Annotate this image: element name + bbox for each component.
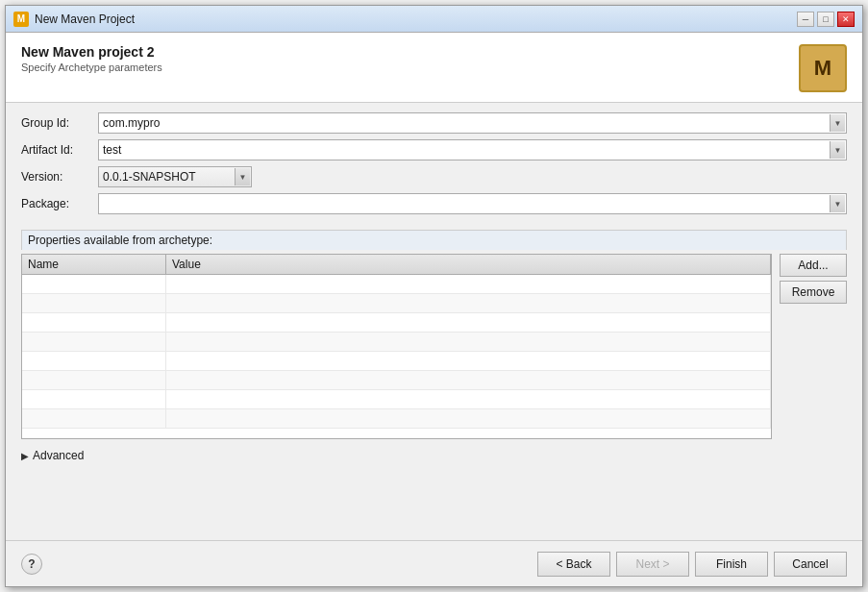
name-cell — [22, 294, 166, 312]
name-cell — [22, 333, 166, 351]
version-wrapper: 0.0.1-SNAPSHOT ▼ — [98, 166, 252, 187]
group-id-wrapper: ▼ — [98, 112, 847, 134]
cancel-button[interactable]: Cancel — [774, 552, 847, 577]
group-id-input[interactable] — [98, 112, 847, 134]
advanced-label: Advanced — [33, 449, 84, 462]
properties-header-area: Properties available from archetype: — [6, 230, 862, 254]
help-button[interactable]: ? — [21, 554, 42, 575]
window-controls: ─ □ ✕ — [797, 12, 855, 27]
next-button[interactable]: Next > — [616, 552, 689, 577]
name-cell — [22, 390, 166, 408]
package-row: Package: ▼ — [21, 193, 847, 214]
advanced-expand-icon: ▶ — [21, 451, 29, 461]
group-id-row: Group Id: ▼ — [21, 112, 847, 134]
back-button[interactable]: < Back — [537, 552, 610, 577]
minimize-button[interactable]: ─ — [797, 12, 814, 27]
version-row: Version: 0.0.1-SNAPSHOT ▼ — [21, 166, 847, 187]
value-cell — [166, 333, 771, 351]
dialog-header: New Maven project 2 Specify Archetype pa… — [6, 33, 862, 103]
maximize-button[interactable]: □ — [817, 12, 834, 27]
value-cell — [166, 390, 771, 408]
window-title: New Maven Project — [35, 12, 797, 26]
dialog-subtitle: Specify Archetype parameters — [21, 62, 162, 73]
value-cell — [166, 371, 771, 389]
table-row — [22, 333, 771, 352]
add-button[interactable]: Add... — [780, 254, 847, 277]
table-row — [22, 313, 771, 333]
dialog-title: New Maven project 2 — [21, 44, 162, 60]
artifact-id-dropdown[interactable]: ▼ — [830, 141, 845, 159]
advanced-toggle[interactable]: ▶ Advanced — [21, 449, 847, 462]
maven-icon: M — [799, 44, 847, 92]
dialog-footer: ? < Back Next > Finish Cancel — [6, 540, 862, 586]
version-select[interactable]: 0.0.1-SNAPSHOT — [98, 166, 252, 187]
package-dropdown[interactable]: ▼ — [830, 195, 845, 212]
footer-buttons: < Back Next > Finish Cancel — [537, 552, 847, 577]
table-row — [22, 275, 771, 294]
package-input[interactable] — [98, 193, 847, 214]
close-button[interactable]: ✕ — [837, 12, 855, 27]
form-section: Group Id: ▼ Artifact Id: ▼ Version: — [6, 103, 862, 230]
artifact-id-label: Artifact Id: — [21, 143, 98, 157]
finish-button[interactable]: Finish — [695, 552, 768, 577]
artifact-id-input[interactable] — [98, 139, 847, 160]
artifact-id-wrapper: ▼ — [98, 139, 847, 160]
title-bar: M New Maven Project ─ □ ✕ — [6, 6, 862, 33]
table-row — [22, 352, 771, 371]
spacer — [6, 468, 862, 540]
header-text: New Maven project 2 Specify Archetype pa… — [21, 44, 162, 73]
remove-button[interactable]: Remove — [780, 281, 847, 304]
main-window: M New Maven Project ─ □ ✕ New Maven proj… — [5, 5, 863, 587]
value-cell — [166, 275, 771, 293]
name-column-header: Name — [22, 255, 166, 274]
value-cell — [166, 352, 771, 370]
name-cell — [22, 409, 166, 428]
table-row — [22, 390, 771, 409]
group-id-label: Group Id: — [21, 116, 98, 130]
window-icon: M — [13, 12, 29, 27]
table-row — [22, 371, 771, 390]
value-cell — [166, 409, 771, 428]
group-id-dropdown[interactable]: ▼ — [830, 114, 845, 132]
value-cell — [166, 313, 771, 332]
package-label: Package: — [21, 197, 98, 210]
table-row — [22, 294, 771, 313]
name-cell — [22, 371, 166, 389]
artifact-id-row: Artifact Id: ▼ — [21, 139, 847, 160]
name-cell — [22, 313, 166, 332]
table-and-buttons: Name Value — [21, 254, 847, 439]
value-column-header: Value — [166, 255, 771, 274]
table-area: Name Value — [6, 254, 862, 443]
table-row — [22, 409, 771, 429]
dialog-content: New Maven project 2 Specify Archetype pa… — [6, 33, 862, 586]
properties-label: Properties available from archetype: — [21, 230, 847, 250]
table-header: Name Value — [22, 255, 771, 275]
package-wrapper: ▼ — [98, 193, 847, 214]
side-buttons: Add... Remove — [780, 254, 847, 304]
name-cell — [22, 275, 166, 293]
value-cell — [166, 294, 771, 312]
version-label: Version: — [21, 170, 98, 184]
name-cell — [22, 352, 166, 370]
advanced-section: ▶ Advanced — [6, 443, 862, 468]
properties-table: Name Value — [21, 254, 772, 439]
table-body[interactable] — [22, 275, 771, 438]
